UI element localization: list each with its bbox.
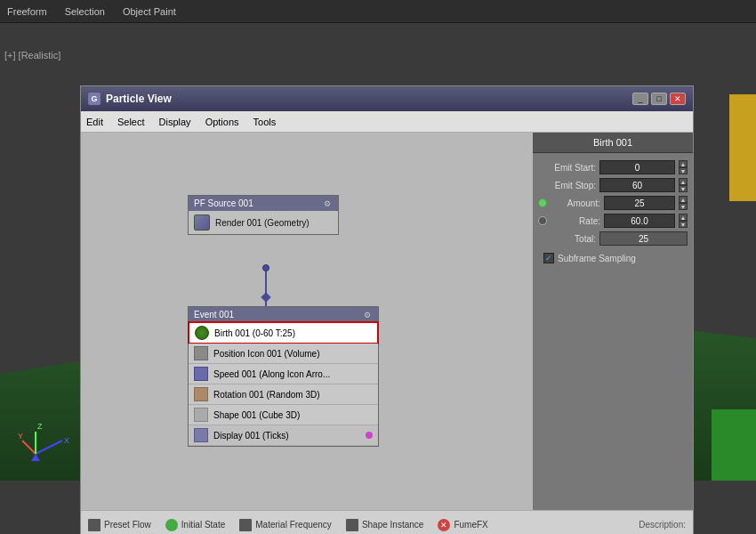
window-controls: _ □ ✕	[632, 93, 686, 105]
description-area: Description:	[639, 520, 686, 530]
speed-icon	[194, 367, 208, 381]
status-preset-flow[interactable]: Preset Flow	[88, 519, 151, 531]
rate-row: Rate: ▲ ▼	[538, 214, 688, 228]
total-label: Total:	[538, 234, 596, 244]
top-menubar: Freeform Selection Object Paint	[0, 0, 756, 23]
close-button[interactable]: ✕	[670, 93, 686, 105]
connection-diamond	[261, 292, 270, 302]
subframe-checkbox[interactable]: ✓	[543, 253, 554, 263]
particle-view-menubar: Edit Select Display Options Tools	[81, 111, 693, 133]
rotation-icon	[194, 387, 208, 401]
viewport-label: [+] [Realistic]	[4, 50, 60, 61]
event-gear-icon[interactable]: ⚙	[364, 311, 373, 320]
amount-input[interactable]	[604, 196, 675, 210]
shape-instance-icon	[346, 519, 358, 531]
menu-display[interactable]: Display	[159, 117, 191, 127]
event-node[interactable]: Event 001 ⚙ Birth 001 (0-60 T:25) Positi…	[188, 306, 379, 447]
svg-line-0	[36, 441, 62, 454]
spinner-down-rate[interactable]: ▼	[679, 221, 688, 228]
spinner-up-rate[interactable]: ▲	[679, 214, 688, 221]
viewport: [+] [Realistic] X Y Z G Particle View _ …	[0, 23, 756, 534]
spinner-down-stop[interactable]: ▼	[679, 185, 688, 192]
position-icon	[194, 346, 208, 360]
event-item-speed[interactable]: Speed 001 (Along Icon Arro...	[189, 364, 378, 384]
pf-source-gear-icon[interactable]: ⚙	[324, 199, 333, 208]
properties-body: Emit Start: ▲ ▼ Emit Stop: ▲ ▼	[533, 153, 693, 271]
menu-freeform[interactable]: Freeform	[7, 6, 47, 17]
rate-radio[interactable]	[538, 216, 547, 225]
pv-icon: G	[88, 93, 101, 105]
menu-tools[interactable]: Tools	[253, 117, 277, 127]
rate-input[interactable]	[604, 214, 675, 228]
emit-stop-label: Emit Stop:	[538, 181, 596, 190]
pv-statusbar: Preset Flow Initial State Material Frequ…	[81, 510, 693, 534]
maximize-button[interactable]: □	[651, 93, 667, 105]
particle-view-title: Particle View	[106, 93, 627, 105]
minimize-button[interactable]: _	[632, 93, 648, 105]
event-item-rotation[interactable]: Rotation 001 (Random 3D)	[189, 384, 378, 405]
connection-dot-top	[262, 264, 269, 271]
status-material-frequency[interactable]: Material Frequency	[239, 519, 332, 531]
status-shape-instance[interactable]: Shape Instance	[346, 519, 424, 531]
emit-stop-spinner[interactable]: ▲ ▼	[679, 178, 688, 192]
amount-row: Amount: ▲ ▼	[538, 196, 688, 210]
subframe-row: ✓ Subframe Sampling	[538, 253, 688, 263]
emit-start-input[interactable]	[599, 160, 675, 174]
properties-panel: Birth 001 Emit Start: ▲ ▼ Emit Stop:	[533, 133, 693, 510]
fumefx-icon: ✕	[438, 519, 450, 531]
emit-start-label: Emit Start:	[538, 163, 596, 173]
flow-editor[interactable]: PF Source 001 ⚙ Render 001 (Geometry)	[81, 133, 533, 510]
spinner-down-amount[interactable]: ▼	[679, 203, 688, 210]
shape-icon	[194, 408, 208, 422]
rate-spinner[interactable]: ▲ ▼	[679, 214, 688, 228]
display-icon	[194, 428, 208, 442]
pf-source-header: PF Source 001 ⚙	[189, 196, 338, 211]
spinner-up[interactable]: ▲	[679, 160, 688, 167]
svg-marker-3	[31, 454, 40, 461]
total-row: Total: 25	[538, 231, 688, 246]
svg-text:X: X	[64, 436, 69, 445]
emit-stop-row: Emit Stop: ▲ ▼	[538, 178, 688, 192]
svg-text:Y: Y	[18, 432, 23, 441]
event-item-birth[interactable]: Birth 001 (0-60 T:25)	[188, 321, 379, 344]
properties-title: Birth 001	[533, 133, 693, 153]
spinner-up-stop[interactable]: ▲	[679, 178, 688, 185]
pv-content-area: PF Source 001 ⚙ Render 001 (Geometry)	[81, 133, 693, 510]
menu-edit[interactable]: Edit	[86, 117, 103, 127]
spinner-up-amount[interactable]: ▲	[679, 196, 688, 203]
material-frequency-icon	[239, 519, 252, 531]
amount-spinner[interactable]: ▲ ▼	[679, 196, 688, 210]
spinner-down[interactable]: ▼	[679, 167, 688, 174]
menu-select[interactable]: Select	[117, 117, 145, 127]
status-fumefx[interactable]: ✕ FumeFX	[438, 519, 487, 531]
menu-object-paint[interactable]: Object Paint	[123, 6, 176, 17]
svg-text:Z: Z	[37, 422, 43, 431]
pf-source-node[interactable]: PF Source 001 ⚙ Render 001 (Geometry)	[188, 195, 339, 235]
yellow-decoration	[729, 94, 756, 201]
menu-selection[interactable]: Selection	[65, 6, 105, 17]
event-node-header: Event 001 ⚙	[189, 307, 378, 322]
amount-label: Amount:	[551, 198, 600, 208]
initial-state-icon	[165, 519, 178, 531]
emit-start-row: Emit Start: ▲ ▼	[538, 160, 688, 174]
menu-options[interactable]: Options	[205, 117, 239, 127]
amount-radio[interactable]	[538, 198, 547, 207]
rate-label: Rate:	[551, 216, 600, 226]
green-decoration	[712, 409, 756, 481]
emit-stop-input[interactable]	[599, 178, 675, 192]
display-dot	[366, 432, 373, 439]
event-item-shape[interactable]: Shape 001 (Cube 3D)	[189, 405, 378, 425]
pf-source-body: Render 001 (Geometry)	[189, 211, 338, 234]
preset-flow-icon	[88, 519, 101, 531]
event-item-position[interactable]: Position Icon 001 (Volume)	[189, 344, 378, 364]
particle-view-titlebar: G Particle View _ □ ✕	[81, 86, 693, 111]
total-value: 25	[599, 231, 688, 246]
connection-line	[265, 271, 267, 294]
particle-view-window: G Particle View _ □ ✕ Edit Select Displa…	[80, 85, 694, 534]
description-label: Description:	[639, 520, 686, 530]
svg-line-1	[22, 441, 36, 454]
emit-start-spinner[interactable]: ▲ ▼	[679, 160, 688, 174]
event-item-display[interactable]: Display 001 (Ticks)	[189, 425, 378, 446]
status-initial-state[interactable]: Initial State	[165, 519, 225, 531]
render-icon	[194, 214, 210, 231]
